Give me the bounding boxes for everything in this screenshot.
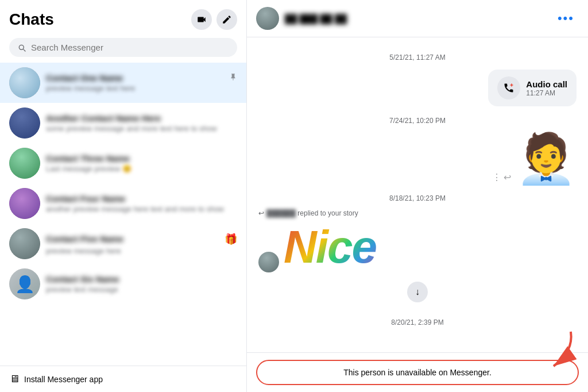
list-item[interactable]: Contact One Name preview message text he…	[0, 63, 246, 103]
call-label: Audio call	[526, 79, 567, 89]
timestamp-divider: 5/21/21, 11:27 AM	[258, 53, 577, 62]
chat-footer-wrapper: This person is unavailable on Messenger.	[247, 352, 588, 392]
chat-header-name: ██ ███ ██ ██	[285, 14, 547, 24]
sidebar-title: Chats	[9, 10, 54, 29]
chat-name: Contact Four Name	[46, 194, 237, 203]
nice-text: Nice	[284, 224, 376, 270]
reply-icon[interactable]: ↩	[504, 172, 511, 183]
chat-name: Contact One Name	[46, 73, 123, 83]
chat-header-avatar	[256, 7, 279, 30]
chat-info: Contact Three Name Last message preview …	[46, 153, 237, 173]
avatar	[9, 148, 40, 179]
chat-footer: This person is unavailable on Messenger.	[247, 352, 588, 392]
sidebar: Chats	[0, 0, 247, 392]
install-app-footer[interactable]: 🖥 Install Messenger app	[0, 366, 246, 392]
chat-info: Contact Six Name preview text message	[46, 274, 237, 294]
list-item[interactable]: Contact Five Name 🎁 preview message here	[0, 224, 246, 264]
list-item[interactable]: Contact Four Name another preview messag…	[0, 183, 246, 224]
chat-info: Contact One Name preview message text he…	[46, 73, 237, 93]
chat-info: Another Contact Name Here some preview m…	[46, 113, 237, 133]
avatar	[9, 107, 40, 139]
monitor-icon: 🖥	[9, 373, 20, 385]
unavailable-text: This person is unavailable on Messenger.	[343, 368, 492, 377]
chat-header-info: ██ ███ ██ ██	[285, 14, 547, 24]
chat-header: ██ ███ ██ ██ •••	[247, 0, 588, 37]
chat-list: Contact One Name preview message text he…	[0, 63, 246, 366]
chat-name: Contact Three Name	[46, 153, 237, 163]
chat-info: Contact Five Name 🎁 preview message here	[46, 233, 237, 255]
incoming-avatar	[258, 252, 279, 272]
scroll-down-button[interactable]: ↓	[407, 282, 428, 302]
scroll-down-container: ↓	[258, 279, 577, 305]
sidebar-header: Chats	[0, 0, 246, 34]
replied-story-row: ↩ ██████ replied to your story	[258, 209, 577, 217]
message-row: Audio call 11:27 AM	[258, 70, 577, 106]
avatar	[9, 228, 40, 259]
timestamp-divider: 8/20/21, 2:39 PM	[258, 318, 577, 326]
nice-sticker-row: Nice	[258, 222, 577, 272]
chat-preview: preview text message	[46, 285, 237, 294]
compose-button[interactable]	[216, 9, 237, 30]
header-icons	[191, 9, 237, 30]
pin-icon	[229, 73, 237, 83]
gift-icon: 🎁	[225, 233, 237, 245]
sticker-row: ⋮ ↩ 🧑‍💼	[258, 134, 577, 183]
audio-call-bubble: Audio call 11:27 AM	[488, 70, 577, 106]
replied-story-text: replied to your story	[297, 209, 358, 217]
timestamp-divider: 7/24/21, 10:20 PM	[258, 117, 577, 125]
chat-name: Contact Six Name	[46, 274, 237, 284]
call-info: Audio call 11:27 AM	[526, 79, 567, 97]
chat-preview: some preview message and more text here …	[46, 124, 237, 133]
chat-area: ██ ███ ██ ██ ••• 5/21/21, 11:27 AM Audio…	[247, 0, 588, 392]
chat-preview: Last message preview 😊	[46, 164, 237, 173]
chat-name: Another Contact Name Here	[46, 113, 237, 123]
nice-sticker: Nice	[284, 222, 376, 272]
avatar	[9, 188, 40, 219]
search-container	[0, 34, 246, 63]
chat-name: Contact Five Name	[46, 234, 123, 244]
call-icon	[497, 76, 520, 99]
replied-story-label: ██████ replied to your story	[266, 209, 358, 217]
search-box	[9, 38, 237, 57]
install-app-label: Install Messenger app	[24, 375, 103, 384]
avatar	[9, 67, 40, 98]
avatar: 👤	[9, 268, 40, 299]
message-actions: ⋮ ↩	[492, 172, 511, 183]
search-icon	[17, 43, 26, 52]
more-options-button[interactable]: •••	[553, 9, 579, 28]
dots-icon[interactable]: ⋮	[492, 172, 501, 183]
list-item[interactable]: Another Contact Name Here some preview m…	[0, 103, 246, 143]
video-call-button[interactable]	[191, 9, 212, 30]
unavailable-notice: This person is unavailable on Messenger.	[256, 360, 579, 385]
list-item[interactable]: 👤 Contact Six Name preview text message	[0, 264, 246, 304]
sticker: 🧑‍💼	[516, 134, 577, 183]
chat-preview: preview message text here	[46, 84, 237, 93]
chat-preview: preview message here	[46, 247, 237, 255]
timestamp-divider: 8/18/21, 10:23 PM	[258, 194, 577, 202]
call-time: 11:27 AM	[526, 89, 567, 97]
chat-info: Contact Four Name another preview messag…	[46, 194, 237, 213]
list-item[interactable]: Contact Three Name Last message preview …	[0, 143, 246, 183]
messages-area[interactable]: 5/21/21, 11:27 AM Audio call 11:27 AM 7/…	[247, 37, 588, 352]
search-input[interactable]	[31, 43, 229, 52]
chat-preview: another preview message here text and mo…	[46, 205, 237, 213]
